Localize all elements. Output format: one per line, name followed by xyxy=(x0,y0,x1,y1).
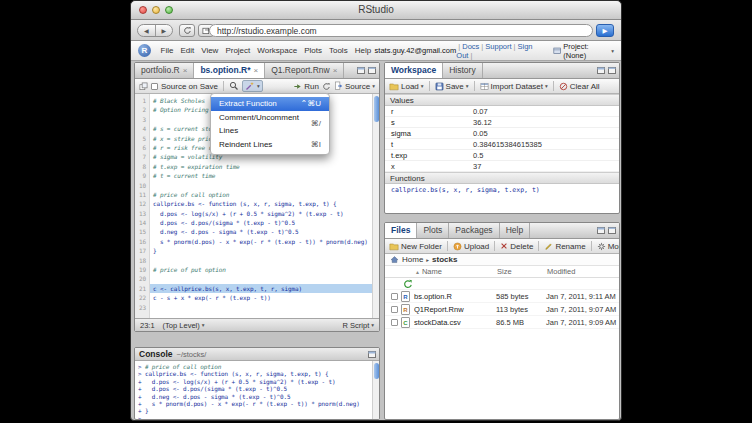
menu-view[interactable]: View xyxy=(198,41,222,61)
code-tools-button[interactable]: ▾ xyxy=(242,80,263,92)
editor-line[interactable]: 14 d.pos <- d.pos/(sigma * (t.exp - t)^0… xyxy=(135,218,379,227)
forward-button[interactable]: ▶ xyxy=(155,25,173,36)
menu-item-extract-function[interactable]: Extract Function⌃⌘U xyxy=(211,97,329,111)
editor-line[interactable]: 12callprice.bs <- function (s, x, r, sig… xyxy=(135,199,379,208)
reload-button[interactable] xyxy=(179,24,195,37)
editor-line[interactable]: 20 xyxy=(135,274,379,283)
menu-workspace[interactable]: Workspace xyxy=(254,41,301,61)
menu-plots[interactable]: Plots xyxy=(301,41,326,61)
workspace-value-row[interactable]: r0.07 xyxy=(385,106,619,117)
file-name[interactable]: bs.option.R xyxy=(414,292,496,301)
minimize-pane-icon[interactable] xyxy=(357,67,365,74)
breadcrumb-home[interactable]: Home xyxy=(402,255,423,264)
editor-line[interactable]: 9# t = current time xyxy=(135,171,379,180)
refresh-up-icon[interactable] xyxy=(403,279,413,289)
files-tab-packages[interactable]: Packages xyxy=(449,223,499,238)
maximize-pane-icon[interactable] xyxy=(368,67,376,74)
menu-edit[interactable]: Edit xyxy=(177,41,198,61)
save-button[interactable]: Save ▾ xyxy=(435,82,469,91)
rename-button[interactable]: Rename xyxy=(544,242,585,251)
minimize-pane-icon[interactable] xyxy=(597,227,605,234)
breadcrumb-stocks[interactable]: stocks xyxy=(432,255,457,264)
menu-project[interactable]: Project xyxy=(222,41,254,61)
load-button[interactable]: Load ▾ xyxy=(389,82,424,91)
checkbox[interactable] xyxy=(391,319,398,326)
menu-file[interactable]: File xyxy=(157,41,177,61)
source-button[interactable]: Source ▾ xyxy=(334,81,375,91)
parent-directory-row[interactable] xyxy=(385,278,619,290)
files-tab-files[interactable]: Files xyxy=(385,223,417,238)
menu-item-reindent-lines[interactable]: Reindent Lines⌘I xyxy=(211,138,329,152)
workspace-value-row[interactable]: t.exp0.5 xyxy=(385,150,619,161)
popout-icon[interactable] xyxy=(139,82,148,91)
workspace-value-row[interactable]: sigma0.05 xyxy=(385,128,619,139)
editor-line[interactable]: 15 d.neg <- d.pos - sigma * (t.exp - t)^… xyxy=(135,227,379,236)
close-icon[interactable]: × xyxy=(253,63,258,78)
files-tab-help[interactable]: Help xyxy=(500,223,530,238)
go-button[interactable]: ▶ xyxy=(596,24,614,37)
clear-all-button[interactable]: Clear All xyxy=(559,82,600,91)
column-modified[interactable]: Modified xyxy=(547,267,575,276)
editor-line[interactable]: 16 s * pnorm(d.pos) - x * exp(- r * (t.e… xyxy=(135,237,379,246)
file-name[interactable]: stockData.csv xyxy=(414,318,496,327)
delete-button[interactable]: Delete xyxy=(500,242,533,251)
run-button[interactable]: Run xyxy=(293,82,319,91)
menu-help[interactable]: Help xyxy=(351,41,374,61)
close-icon[interactable]: × xyxy=(333,63,338,78)
scrollbar-thumb[interactable] xyxy=(374,363,379,379)
editor-scrollbar[interactable] xyxy=(372,94,379,318)
file-type-selector[interactable]: R Script ▾ xyxy=(343,321,374,330)
window-titlebar[interactable]: RStudio xyxy=(131,1,621,20)
file-row[interactable]: Rbs.option.R585 bytesJan 7, 2011, 9:11 A… xyxy=(385,290,619,303)
editor-line[interactable]: 8# t.exp = expiration time xyxy=(135,162,379,171)
workspace-value-row[interactable]: x37 xyxy=(385,161,619,172)
editor-line[interactable]: 18 xyxy=(135,256,379,265)
editor-line[interactable]: 17} xyxy=(135,246,379,255)
files-tab-plots[interactable]: Plots xyxy=(417,223,449,238)
menu-item-comment-uncomment-lines[interactable]: Comment/Uncomment Lines⌘/ xyxy=(211,111,329,138)
upload-button[interactable]: Upload xyxy=(453,242,489,251)
console-output[interactable]: > # price of call option> callprice.bs <… xyxy=(135,361,372,419)
editor-line[interactable]: 23 xyxy=(135,303,379,312)
more-button[interactable]: More ▾ xyxy=(597,242,620,251)
checkbox[interactable] xyxy=(391,306,398,313)
column-name[interactable]: ▲ Name xyxy=(385,267,497,276)
maximize-pane-icon[interactable] xyxy=(608,67,616,74)
checkbox[interactable] xyxy=(391,293,398,300)
maximize-pane-icon[interactable] xyxy=(608,227,616,234)
close-icon[interactable]: × xyxy=(183,63,188,78)
file-row[interactable]: CstockData.csv86.5 MBJan 7, 2011, 9:09 A… xyxy=(385,316,619,329)
file-row[interactable]: RQ1Report.Rnw113 bytesJan 7, 2011, 9:07 … xyxy=(385,303,619,316)
home-icon[interactable] xyxy=(390,255,399,264)
workspace-value-row[interactable]: t0.384615384615385 xyxy=(385,139,619,150)
import-dataset-button[interactable]: Import Dataset ▾ xyxy=(480,82,548,91)
function-signature[interactable]: callprice.bs(s, x, r, sigma, t.exp, t) xyxy=(385,184,619,196)
link-support[interactable]: Support xyxy=(485,42,511,51)
new-folder-button[interactable]: New Folder xyxy=(389,242,442,251)
editor-line[interactable]: 10 xyxy=(135,181,379,190)
back-button[interactable]: ◀ xyxy=(138,25,155,36)
editor-line[interactable]: 21c <- callprice.bs(s, x, t.exp, t, r, s… xyxy=(135,284,379,293)
close-window-button[interactable] xyxy=(139,6,147,14)
maximize-pane-icon[interactable] xyxy=(368,351,376,358)
minimize-window-button[interactable] xyxy=(152,6,160,14)
scrollbar-thumb[interactable] xyxy=(374,96,379,122)
column-size[interactable]: Size xyxy=(497,267,547,276)
editor-line[interactable]: 22c - s + x * exp(- r * (t.exp - t)) xyxy=(135,293,379,302)
editor-line[interactable]: 13 d.pos <- log(s/x) + (r + 0.5 * sigma^… xyxy=(135,209,379,218)
rerun-icon[interactable] xyxy=(322,82,331,91)
zoom-window-button[interactable] xyxy=(165,6,173,14)
editor-line[interactable]: 19# price of put option xyxy=(135,265,379,274)
workspace-tab-history[interactable]: History xyxy=(443,63,482,78)
source-on-save-checkbox[interactable] xyxy=(151,83,158,90)
project-selector[interactable]: Project: (None) ▾ xyxy=(553,42,614,60)
source-tab-q1-report-rnw[interactable]: Q1.Report.Rnw× xyxy=(265,63,344,78)
scope-selector[interactable]: (Top Level) ▾ xyxy=(163,321,205,330)
console-scrollbar[interactable] xyxy=(372,361,379,419)
find-icon[interactable] xyxy=(229,81,239,91)
workspace-value-row[interactable]: s36.12 xyxy=(385,117,619,128)
url-field[interactable] xyxy=(209,24,593,37)
menu-tools[interactable]: Tools xyxy=(325,41,351,61)
source-tab-portfolio-r[interactable]: portfolio.R× xyxy=(135,63,194,78)
file-name[interactable]: Q1Report.Rnw xyxy=(414,305,496,314)
